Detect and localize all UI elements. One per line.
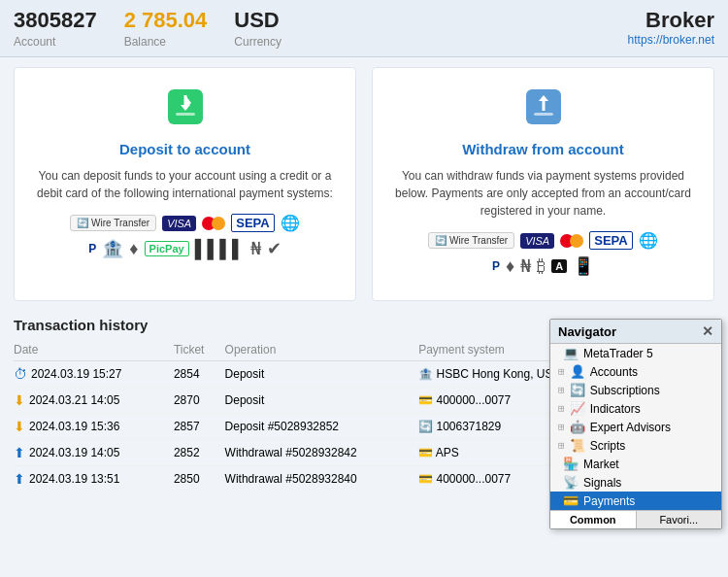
subscriptions-nav-icon: 🔄 <box>570 383 585 397</box>
navigator-close-button[interactable]: ✕ <box>702 323 713 339</box>
withdraw-description: You can withdraw funds via payment syste… <box>392 167 694 220</box>
expert_advisors-nav-label: Expert Advisors <box>590 421 713 434</box>
nav-item-indicators[interactable]: ⊞ 📈 Indicators <box>550 399 721 418</box>
withdraw-title: Withdraw from account <box>392 141 694 157</box>
mastercard-icon <box>202 217 225 230</box>
col-ticket: Ticket <box>174 341 225 361</box>
balance-block: 2 785.04 Balance <box>124 8 208 49</box>
accounts-nav-icon: 👤 <box>570 364 585 379</box>
nav-tab-favori---[interactable]: Favori... <box>637 511 722 528</box>
ps-icon: 🔄 <box>418 420 433 433</box>
ps-icon: 💳 <box>418 446 433 459</box>
a-icon: A <box>551 259 567 273</box>
up-icon: ⬆ <box>14 471 25 487</box>
payment-cards-row: Deposit to account You can deposit funds… <box>14 67 714 301</box>
indicators-nav-icon: 📈 <box>570 401 585 416</box>
nav-tab-common[interactable]: Common <box>550 511 637 528</box>
tx-operation: Withdrawal #5028932840 <box>225 466 419 492</box>
tx-operation: Deposit #5028932852 <box>225 414 419 440</box>
navigator-title: Navigator <box>558 324 616 339</box>
balance-value: 2 785.04 <box>124 8 208 33</box>
metatrader5-nav-icon: 💻 <box>563 346 579 360</box>
nav-item-expert_advisors[interactable]: ⊞ 🤖 Expert Advisors <box>550 418 721 436</box>
visa-icon: VISA <box>162 216 196 231</box>
wire-transfer-icon-2: 🔄 Wire Transfer <box>428 232 514 249</box>
diamond-icon-2: ♦ <box>506 256 514 277</box>
paypal-icon: P <box>88 242 96 255</box>
navigator-header: Navigator ✕ <box>550 320 721 344</box>
nav-item-signals[interactable]: 📡 Signals <box>550 473 721 492</box>
page-header: 3805827 Account 2 785.04 Balance USD Cur… <box>0 0 728 57</box>
deposit-title: Deposit to account <box>34 141 336 157</box>
signals-nav-label: Signals <box>583 476 713 490</box>
scripts-nav-label: Scripts <box>590 439 713 453</box>
visa-icon-2: VISA <box>520 233 554 249</box>
broker-url[interactable]: https://broker.net <box>628 33 714 47</box>
bitcoin-icon: ₿ <box>537 256 546 277</box>
mastercard-icon-2 <box>560 234 583 248</box>
navigator-panel: Navigator ✕ 💻 MetaTrader 5 ⊞ 👤 Accounts … <box>549 319 722 529</box>
account-label: Account <box>14 35 97 49</box>
withdraw-icon <box>392 85 694 131</box>
picpay-icon: PicPay <box>145 241 189 256</box>
tx-ticket: 2854 <box>174 361 225 388</box>
tree-line: ⊞ <box>558 384 565 396</box>
nav-item-metatrader5[interactable]: 💻 MetaTrader 5 <box>550 344 721 362</box>
tree-line: ⊞ <box>558 365 565 378</box>
deposit-icon <box>34 85 336 131</box>
nav-item-market[interactable]: 🏪 Market <box>550 455 721 473</box>
tree-line: ⊞ <box>558 421 565 433</box>
tx-ticket: 2850 <box>174 466 225 492</box>
tx-date: ⬆ 2024.03.19 14:05 <box>14 440 174 466</box>
header-account-info: 3805827 Account 2 785.04 Balance USD Cur… <box>14 8 281 49</box>
expert_advisors-nav-icon: 🤖 <box>570 420 585 434</box>
tx-ticket: 2857 <box>174 414 225 440</box>
metatrader5-nav-label: MetaTrader 5 <box>583 347 713 360</box>
deposit-payment-icons: 🔄 Wire Transfer VISA SEPA 🌐 <box>34 214 336 232</box>
withdraw-payment-icons-2: P ♦ ₦ ₿ A 📱 <box>392 255 694 277</box>
tx-ticket: 2852 <box>174 440 225 466</box>
ps-icon: 💳 <box>418 472 433 486</box>
tx-date: ⬇ 2024.03.21 14:05 <box>14 388 174 414</box>
tx-operation: Withdrawal #5028932842 <box>225 440 419 466</box>
navigator-items: 💻 MetaTrader 5 ⊞ 👤 Accounts ⊞ 🔄 Subscrip… <box>550 344 721 510</box>
wire-transfer-icon: 🔄 Wire Transfer <box>70 215 156 231</box>
tx-date: ⬆ 2024.03.19 13:51 <box>14 466 174 492</box>
payments-nav-label: Payments <box>583 494 713 508</box>
currency-label: Currency <box>234 35 281 49</box>
scripts-nav-icon: 📜 <box>570 438 585 453</box>
nav-item-payments[interactable]: 💳 Payments <box>550 492 721 510</box>
indicators-nav-label: Indicators <box>590 402 713 416</box>
tx-operation: Deposit <box>225 361 419 388</box>
col-operation: Operation <box>225 341 419 361</box>
tx-operation: Deposit <box>225 388 419 414</box>
nav-item-subscriptions[interactable]: ⊞ 🔄 Subscriptions <box>550 381 721 399</box>
nav-item-accounts[interactable]: ⊞ 👤 Accounts <box>550 362 721 381</box>
signals-nav-icon: 📡 <box>563 475 579 490</box>
up-icon: ⬆ <box>14 445 25 460</box>
balance-label: Balance <box>124 35 208 49</box>
down-icon: ⬇ <box>14 392 25 408</box>
account-number-block: 3805827 Account <box>14 8 97 49</box>
payments-nav-icon: 💳 <box>563 493 579 508</box>
ps-icon: 🏦 <box>418 367 433 381</box>
nav-item-scripts[interactable]: ⊞ 📜 Scripts <box>550 436 721 455</box>
naira-icon: ₦ <box>250 238 261 259</box>
clock-icon: ⏱ <box>14 366 27 382</box>
barcode-icon: ▌▌▌▌ <box>195 239 245 259</box>
svg-rect-1 <box>176 113 195 116</box>
tree-line: ⊞ <box>558 402 565 415</box>
deposit-card: Deposit to account You can deposit funds… <box>14 67 356 301</box>
down-icon: ⬇ <box>14 419 25 434</box>
account-number: 3805827 <box>14 8 97 33</box>
withdraw-card: Withdraw from account You can withdraw f… <box>372 67 714 301</box>
subscriptions-nav-label: Subscriptions <box>590 384 713 397</box>
tx-date: ⬇ 2024.03.19 15:36 <box>14 414 174 440</box>
mobile-icon: 📱 <box>573 255 594 277</box>
sepa-icon-2: SEPA <box>589 231 632 250</box>
currency-block: USD Currency <box>234 8 281 49</box>
navigator-tabs: CommonFavori... <box>550 510 721 528</box>
globe-icon: 🌐 <box>281 214 300 232</box>
broker-info: Broker https://broker.net <box>628 8 714 47</box>
sepa-icon: SEPA <box>231 214 274 232</box>
